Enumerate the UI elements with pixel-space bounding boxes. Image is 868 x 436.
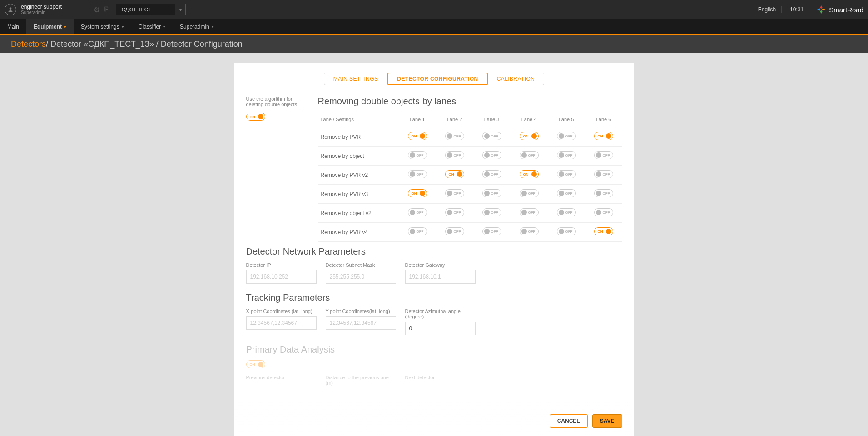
toggle-row4-lane4[interactable]: OFF	[520, 208, 539, 216]
toggle-row1-lane3[interactable]: OFF	[482, 151, 501, 159]
table-header-lane-4: Lane 4	[511, 112, 548, 127]
toggle-row3-lane2[interactable]: OFF	[445, 189, 464, 197]
menu-item-2[interactable]: System settings▾	[74, 19, 131, 34]
toggle-row3-lane5[interactable]: OFF	[557, 189, 576, 197]
toggle-row0-lane4[interactable]: ON	[520, 132, 539, 140]
table-header-lane-2: Lane 2	[436, 112, 473, 127]
toggle-row4-lane2[interactable]: OFF	[445, 208, 464, 216]
subnet-mask-label: Detector Subnet Mask	[326, 262, 396, 268]
toggle-row2-lane6[interactable]: OFF	[594, 170, 613, 178]
menu-item-1[interactable]: Equipment▾	[26, 19, 74, 34]
table-header-settings: Lane / Settings	[318, 112, 399, 127]
menu-item-label: Main	[7, 24, 19, 30]
toggle-row4-lane6[interactable]: OFF	[594, 208, 613, 216]
algorithm-toggle[interactable]: ON	[246, 113, 265, 121]
user-info: engineer support Superadmin	[21, 4, 62, 15]
toggle-row3-lane4[interactable]: OFF	[520, 189, 539, 197]
toggle-row1-lane5[interactable]: OFF	[557, 151, 576, 159]
gateway-label: Detector Gateway	[405, 262, 476, 268]
table-header-lane-3: Lane 3	[473, 112, 511, 127]
gateway-input[interactable]	[405, 270, 476, 284]
cancel-button[interactable]: CANCEL	[550, 414, 588, 428]
primary-analysis-toggle[interactable]: ON	[246, 360, 265, 368]
toggle-row4-lane1[interactable]: OFF	[408, 208, 427, 216]
toggle-row5-lane2[interactable]: OFF	[445, 227, 464, 235]
topbar: engineer support Superadmin ⚙ ⎘ СДКП_ТЕС…	[0, 0, 868, 19]
clock: 10:31	[790, 6, 808, 13]
breadcrumb: Detectors / Detector «СДКП_ТЕСТ_13» / De…	[0, 35, 868, 53]
toggle-row2-lane3[interactable]: OFF	[482, 170, 501, 178]
user-role: Superadmin	[21, 10, 62, 15]
language-selector[interactable]: English	[753, 6, 782, 13]
toggle-row1-lane6[interactable]: OFF	[594, 151, 613, 159]
detector-ip-input[interactable]	[246, 270, 317, 284]
toggle-row4-lane5[interactable]: OFF	[557, 208, 576, 216]
toggle-row2-lane1[interactable]: OFF	[408, 170, 427, 178]
toggle-row1-lane4[interactable]: OFF	[520, 151, 539, 159]
toggle-row1-lane2[interactable]: OFF	[445, 151, 464, 159]
brand: SmartRoad	[816, 5, 863, 15]
toggle-row0-lane2[interactable]: OFF	[445, 132, 464, 140]
y-coord-input[interactable]	[326, 316, 396, 330]
azimuth-label: Detector Azimuthal angle (degree)	[405, 309, 476, 319]
menu-item-3[interactable]: Classifier▾	[131, 19, 173, 34]
prev-detector-label: Previous detector	[246, 375, 317, 380]
toggle-row0-lane6[interactable]: ON	[594, 132, 613, 140]
breadcrumb-root[interactable]: Detectors	[11, 39, 46, 49]
toggle-row5-lane4[interactable]: OFF	[520, 227, 539, 235]
brand-name: SmartRoad	[829, 6, 863, 14]
subnet-mask-input[interactable]	[326, 270, 396, 284]
tab-main-settings[interactable]: MAIN SETTINGS	[324, 73, 388, 85]
toggle-row2-lane2[interactable]: ON	[445, 170, 464, 178]
footer-buttons: CANCEL SAVE	[234, 414, 634, 428]
toggle-row0-lane5[interactable]: OFF	[557, 132, 576, 140]
lanes-title: Removing double objects by lanes	[318, 96, 622, 107]
toggle-row2-lane5[interactable]: OFF	[557, 170, 576, 178]
toggle-row0-lane1[interactable]: ON	[408, 132, 427, 140]
content: MAIN SETTINGS DETECTOR CONFIGURATION CAL…	[0, 53, 868, 436]
toggle-row5-lane1[interactable]: OFF	[408, 227, 427, 235]
toggle-row3-lane3[interactable]: OFF	[482, 189, 501, 197]
toggle-row2-lane4[interactable]: ON	[520, 170, 539, 178]
exit-icon[interactable]: ⎘	[104, 5, 109, 14]
menubar: MainEquipment▾System settings▾Classifier…	[0, 19, 868, 35]
tab-detector-configuration[interactable]: DETECTOR CONFIGURATION	[387, 73, 487, 85]
primary-title: Primary Data Analysis	[246, 344, 622, 355]
tracking-title: Tracking Parameters	[246, 293, 622, 303]
toggle-row5-lane6[interactable]: ON	[594, 227, 613, 235]
toggle-row5-lane5[interactable]: OFF	[557, 227, 576, 235]
save-button[interactable]: SAVE	[592, 414, 622, 428]
user-name: engineer support	[21, 4, 62, 10]
table-row: Remove by PVR v2OFFONOFFONOFFOFF	[318, 166, 622, 185]
lanes-column: Removing double objects by lanes Lane / …	[318, 96, 622, 242]
config-panel: MAIN SETTINGS DETECTOR CONFIGURATION CAL…	[234, 63, 634, 436]
y-coord-label: Y-point Coordinates(lat, long)	[326, 309, 396, 314]
menu-item-4[interactable]: Superadmin▾	[173, 19, 221, 34]
chevron-down-icon: ▾	[175, 4, 185, 15]
double-objects-section: Use the algorithm for deleting double ob…	[234, 96, 634, 242]
gear-icon[interactable]: ⚙	[94, 5, 100, 14]
primary-analysis-section: Primary Data Analysis ON Previous detect…	[234, 344, 634, 388]
toggle-row1-lane1[interactable]: OFF	[408, 151, 427, 159]
chevron-down-icon: ▾	[64, 24, 66, 29]
user-icon	[7, 6, 14, 13]
toggle-row3-lane6[interactable]: OFF	[594, 189, 613, 197]
project-dropdown[interactable]: СДКП_ТЕСТ ▾	[116, 4, 186, 15]
tab-calibration[interactable]: CALIBRATION	[488, 73, 545, 85]
menu-item-label: Equipment	[34, 24, 62, 30]
user-avatar[interactable]	[5, 4, 16, 15]
azimuth-input[interactable]	[405, 322, 476, 335]
table-row: Remove by object v2OFFOFFOFFOFFOFFOFF	[318, 204, 622, 223]
toggle-row3-lane1[interactable]: ON	[408, 189, 427, 197]
menu-item-label: System settings	[81, 24, 119, 30]
menu-item-0[interactable]: Main	[0, 19, 26, 34]
toggle-row5-lane3[interactable]: OFF	[482, 227, 501, 235]
table-row-label: Remove by PVR v3	[318, 185, 399, 204]
table-header-lane-6: Lane 6	[585, 112, 622, 127]
table-row: Remove by PVR v4OFFOFFOFFOFFOFFON	[318, 223, 622, 242]
toggle-row4-lane3[interactable]: OFF	[482, 208, 501, 216]
toggle-row0-lane3[interactable]: OFF	[482, 132, 501, 140]
table-row-label: Remove by PVR v4	[318, 223, 399, 242]
chevron-down-icon: ▾	[212, 24, 214, 29]
x-coord-input[interactable]	[246, 316, 317, 330]
